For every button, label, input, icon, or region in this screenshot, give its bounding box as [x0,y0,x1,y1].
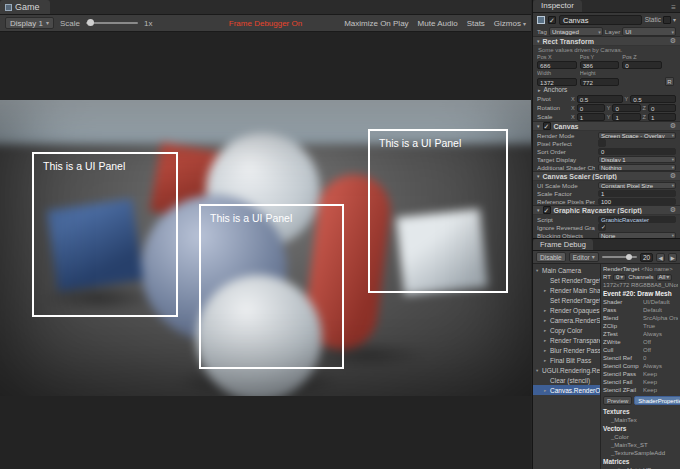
gameobject-enabled-checkbox[interactable]: ✓ [548,16,556,24]
gameobject-header: ✓ Canvas Static ▾ [533,13,680,26]
blueprint-mode-button[interactable]: R [665,77,674,86]
anchors-foldout[interactable]: ▸ Anchors [533,86,680,94]
pivot-x-field[interactable]: 0.5 [577,95,623,103]
slider-knob[interactable] [87,19,94,26]
graphic-raycaster-header[interactable]: ▾ ✓ Graphic Raycaster (Script) ⚙ [533,205,680,215]
event-number-field[interactable]: 20 [640,253,653,262]
game-toolbar-button[interactable]: Mute Audio [418,19,460,28]
chevron-down-icon: ▾ [523,20,526,27]
property-value[interactable]: Display 1 [598,156,676,163]
property-value[interactable]: 0 [598,148,676,155]
layer-dropdown[interactable]: UI [622,27,676,36]
scale-slider[interactable] [86,22,138,24]
gameobject-name-field[interactable]: Canvas [559,15,642,25]
frame-debug-tree-item[interactable]: Clear (stencil) [533,375,600,385]
frame-debug-tree-item[interactable]: ▾ Main Camera [533,265,600,275]
scale-x-field[interactable]: 1 [577,113,605,121]
pivot-y-field[interactable]: 0.5 [630,95,676,103]
foldout-arrow-icon[interactable]: ▾ [537,207,540,213]
frame-debug-tree-item[interactable]: ▸ Final Blit Pass [533,355,600,365]
static-checkbox[interactable] [663,16,671,24]
display-dropdown[interactable]: Display 1 ▾ [5,17,54,29]
frame-debug-tree-item[interactable]: ▸ Blur Render Pass [533,345,600,355]
pos-z-field[interactable]: 0 [622,61,662,69]
rotation-y-field[interactable]: 0 [612,104,640,112]
frame-debug-tree-item[interactable]: ▸ Copy Color [533,325,600,335]
next-event-button[interactable]: ▶ [668,253,677,262]
rotation-x-field[interactable]: 0 [577,104,605,112]
frame-debug-tree-item[interactable]: Set RenderTarget [533,275,600,285]
property-value[interactable]: Screen Space - Overlay [598,132,676,139]
pivot-row: Pivot X 0.5 Y 0.5 [533,94,680,103]
gear-icon[interactable]: ⚙ [670,37,676,45]
frame-debug-tree-item[interactable]: ▸ Canvas.RenderOverlays [533,385,600,395]
pos-y-field[interactable]: 386 [580,61,620,69]
tag-dropdown[interactable]: Untagged [549,27,603,36]
rect-transform-header[interactable]: ▾ Rect Transform ⚙ [533,36,680,46]
tab-preview[interactable]: Preview [603,396,632,405]
gear-icon[interactable]: ⚙ [670,206,676,214]
previous-event-button[interactable]: ◀ [656,253,665,262]
height-field[interactable]: 772 [580,78,620,86]
rect-transform-grid: Pos X Pos Y Pos Z 686 386 0 Width Height… [533,54,680,86]
event-slider[interactable] [602,256,637,258]
width-field[interactable]: 1372 [537,78,577,86]
pos-x-field[interactable]: 686 [537,61,577,69]
game-toolbar-button[interactable]: Gizmos ▾ [494,19,526,28]
game-toolbar-button[interactable]: Stats [467,19,487,28]
property-value[interactable]: Constant Pixel Size [598,182,676,189]
foldout-arrow-icon: ▸ [544,328,549,333]
foldout-arrow-icon[interactable]: ▾ [537,38,540,44]
canvas-component-header[interactable]: ▾ ✓ Canvas ⚙ [533,121,680,131]
scale-label: Scale [60,19,80,28]
frame-debug-property-row: Shader UI/Default [603,298,678,306]
menu-icon[interactable]: ≡ [667,3,680,12]
component-enabled-checkbox[interactable]: ✓ [543,122,551,130]
rt-index-dropdown[interactable]: 0 ▾ [613,274,626,281]
inspector-property-row: Additional Shader Channels Nothing [533,163,680,171]
foldout-arrow-icon: ▸ [544,318,549,323]
channels-dropdown[interactable]: All ▾ [656,274,673,281]
tab-frame-debug[interactable]: Frame Debug [533,239,593,250]
tab-shader-properties[interactable]: ShaderProperties [634,396,680,405]
frame-debug-tree-item[interactable]: Set RenderTarget [533,295,600,305]
canvas-scaler-header[interactable]: ▾ Canvas Scaler (Script) ⚙ [533,171,680,181]
ui-panel-label: This is a UI Panel [379,137,506,149]
property-value[interactable]: GraphicRaycaster [598,216,676,223]
frame-debug-tree-item[interactable]: ▸ Camera.RenderSkybox [533,315,600,325]
property-value[interactable]: ✓ [598,223,606,231]
foldout-arrow-icon[interactable]: ▾ [537,123,540,129]
scale-y-field[interactable]: 1 [612,113,640,121]
frame-debug-tree-item[interactable]: ▾ UGUI.Rendering.RenderOverlays [533,365,600,375]
size-format-row: 1372x772 R8G8B8A8_UNorm [603,281,678,289]
gear-icon[interactable]: ⚙ [670,172,676,180]
texture-property: _MainTex [603,416,678,424]
detail-tabs: Preview ShaderProperties [603,395,678,406]
frame-debug-property-row: Cull Off [603,346,678,354]
scale-z-field[interactable]: 1 [648,113,676,121]
unity-editor-window: Game Display 1 ▾ Scale 1x Frame Debugger… [0,0,680,469]
disable-button[interactable]: Disable [536,252,566,262]
game-toolbar: Display 1 ▾ Scale 1x Frame Debugger On M… [0,15,531,32]
slider-knob[interactable] [626,254,632,260]
tab-inspector[interactable]: Inspector [533,0,582,12]
static-toggle[interactable]: Static ▾ [645,16,676,24]
frame-debug-tree-item[interactable]: ▸ Render Main Shadowmap [533,285,600,295]
editor-dropdown[interactable]: Editor ▾ [569,252,599,262]
driven-note: Some values driven by Canvas. [533,46,680,54]
property-value[interactable]: Nothing [598,164,676,171]
gear-icon[interactable]: ⚙ [670,122,676,130]
property-value[interactable]: 100 [598,198,676,205]
component-enabled-checkbox[interactable]: ✓ [543,206,551,214]
frame-debug-tree-item[interactable]: ▸ Render Opaques [533,305,600,315]
rotation-z-field[interactable]: 0 [648,104,676,112]
property-value[interactable] [598,139,606,147]
property-value[interactable]: 1 [598,190,676,197]
foldout-arrow-icon: ▾ [536,368,541,373]
tab-game[interactable]: Game [0,0,50,14]
game-viewport: This is a UI Panel This is a UI Panel Th… [0,32,531,469]
game-toolbar-button[interactable]: Maximize On Play [344,19,410,28]
inspector-tabbar: Inspector ≡ [533,0,680,13]
foldout-arrow-icon[interactable]: ▾ [537,173,540,179]
frame-debug-tree-item[interactable]: ▸ Render Transparents [533,335,600,345]
